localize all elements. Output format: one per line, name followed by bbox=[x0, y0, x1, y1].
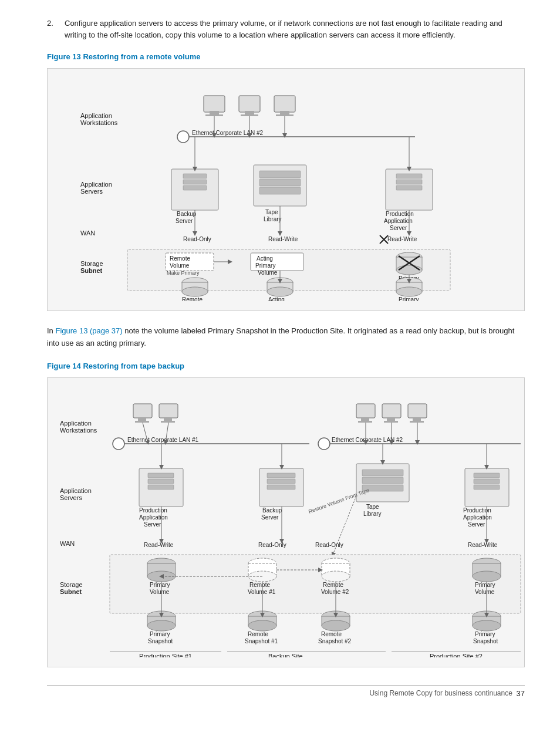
svg-text:Primary: Primary bbox=[399, 296, 419, 301]
svg-rect-137 bbox=[362, 470, 403, 476]
figure13-title: Figure 13 Restoring from a remote volume bbox=[47, 52, 525, 61]
svg-rect-13 bbox=[274, 96, 295, 112]
svg-rect-36 bbox=[396, 174, 422, 178]
svg-text:Storage: Storage bbox=[80, 260, 103, 267]
svg-text:Server: Server bbox=[176, 218, 193, 224]
svg-rect-124 bbox=[148, 473, 174, 478]
svg-rect-145 bbox=[474, 485, 500, 490]
svg-rect-99 bbox=[135, 421, 149, 423]
svg-point-113 bbox=[113, 438, 124, 450]
svg-text:Library: Library bbox=[264, 216, 282, 222]
svg-text:Volume: Volume bbox=[475, 589, 495, 595]
svg-rect-106 bbox=[382, 404, 401, 418]
svg-text:Read-Only: Read-Only bbox=[258, 542, 286, 548]
svg-text:Servers: Servers bbox=[60, 494, 82, 501]
svg-text:Ethernet Corporate LAN #1: Ethernet Corporate LAN #1 bbox=[127, 437, 199, 443]
svg-text:Read-Write: Read-Write bbox=[144, 542, 174, 548]
svg-text:Application: Application bbox=[60, 487, 92, 494]
svg-text:Application: Application bbox=[463, 514, 492, 521]
svg-text:Snapshot: Snapshot bbox=[473, 638, 498, 644]
svg-text:Remote: Remote bbox=[182, 296, 203, 301]
step-2: 2. Configure application servers to acce… bbox=[47, 18, 525, 40]
svg-text:Application: Application bbox=[384, 218, 413, 224]
svg-point-176 bbox=[322, 571, 350, 582]
svg-rect-14 bbox=[280, 111, 289, 114]
diagram2-svg: Application Workstations Application Ser… bbox=[57, 387, 538, 657]
step-body: Configure application servers to access … bbox=[65, 18, 525, 40]
svg-text:Make Primary: Make Primary bbox=[167, 270, 200, 276]
svg-text:Backup: Backup bbox=[262, 507, 282, 514]
svg-text:Remote: Remote bbox=[323, 582, 343, 588]
svg-rect-126 bbox=[148, 485, 174, 490]
svg-rect-11 bbox=[245, 111, 254, 114]
svg-rect-38 bbox=[396, 185, 422, 190]
svg-text:Remote: Remote bbox=[170, 255, 190, 262]
footer-label: Using Remote Copy for business continuan… bbox=[369, 689, 512, 697]
svg-text:Snapshot #2: Snapshot #2 bbox=[318, 638, 352, 644]
svg-text:Production Site #1: Production Site #1 bbox=[139, 653, 192, 657]
body-text-fig13: In Figure 13 (page 37) note the volume l… bbox=[47, 325, 525, 350]
svg-rect-104 bbox=[361, 418, 369, 421]
svg-point-193 bbox=[248, 620, 276, 631]
svg-text:Volume: Volume bbox=[170, 262, 190, 269]
svg-rect-30 bbox=[259, 171, 301, 178]
svg-text:Server: Server bbox=[144, 521, 161, 528]
svg-text:WAN: WAN bbox=[80, 229, 95, 237]
svg-text:Workstations: Workstations bbox=[80, 119, 118, 126]
svg-rect-125 bbox=[148, 479, 174, 484]
svg-rect-131 bbox=[267, 473, 295, 478]
figure14-title: Figure 14 Restoring from tape backup bbox=[47, 362, 525, 370]
svg-text:Read-Write: Read-Write bbox=[387, 236, 417, 242]
svg-text:Subnet: Subnet bbox=[80, 267, 103, 274]
svg-rect-138 bbox=[362, 477, 403, 484]
svg-rect-9 bbox=[205, 114, 223, 116]
svg-rect-97 bbox=[133, 404, 152, 418]
svg-point-70 bbox=[182, 287, 208, 296]
svg-point-81 bbox=[396, 287, 422, 296]
svg-text:Remote: Remote bbox=[249, 582, 270, 588]
svg-text:Volume #1: Volume #1 bbox=[248, 589, 276, 595]
svg-point-63 bbox=[396, 265, 422, 275]
svg-text:Snapshot #1: Snapshot #1 bbox=[245, 638, 278, 644]
svg-rect-132 bbox=[267, 479, 295, 484]
svg-text:Production: Production bbox=[139, 507, 167, 514]
svg-rect-37 bbox=[396, 180, 422, 184]
footer-page: 37 bbox=[517, 689, 525, 698]
svg-text:Subnet: Subnet bbox=[60, 588, 82, 595]
svg-rect-15 bbox=[276, 114, 294, 116]
svg-point-116 bbox=[318, 438, 330, 450]
svg-text:Backup Site: Backup Site bbox=[268, 653, 303, 657]
svg-rect-105 bbox=[358, 421, 372, 423]
svg-text:Servers: Servers bbox=[80, 188, 103, 195]
svg-rect-144 bbox=[474, 479, 500, 484]
svg-rect-102 bbox=[161, 421, 175, 423]
svg-rect-8 bbox=[210, 111, 219, 114]
svg-text:Server: Server bbox=[390, 225, 407, 231]
svg-text:Ethernet Corporate LAN #2: Ethernet Corporate LAN #2 bbox=[332, 437, 403, 443]
svg-rect-133 bbox=[267, 485, 295, 490]
figure14-diagram: Application Workstations Application Ser… bbox=[47, 377, 525, 667]
svg-point-17 bbox=[177, 131, 189, 143]
svg-rect-23 bbox=[183, 174, 207, 178]
svg-text:Server: Server bbox=[468, 521, 485, 528]
svg-text:Library: Library bbox=[363, 511, 382, 517]
svg-text:Backup: Backup bbox=[177, 211, 197, 217]
svg-rect-10 bbox=[239, 96, 260, 112]
svg-rect-100 bbox=[159, 404, 178, 418]
svg-rect-7 bbox=[204, 96, 225, 112]
svg-text:Read-Write: Read-Write bbox=[468, 542, 498, 548]
svg-text:Application: Application bbox=[80, 181, 112, 188]
svg-text:Primary: Primary bbox=[150, 582, 170, 588]
svg-rect-24 bbox=[183, 180, 207, 184]
svg-text:Storage: Storage bbox=[60, 581, 83, 588]
figure13-link[interactable]: Figure 13 (page 37) bbox=[55, 326, 122, 335]
figure13-diagram: Application Workstations Application Ser… bbox=[47, 68, 525, 311]
svg-text:Volume #2: Volume #2 bbox=[321, 589, 349, 595]
svg-rect-31 bbox=[259, 179, 301, 186]
svg-text:Primary: Primary bbox=[255, 262, 275, 269]
svg-rect-109 bbox=[408, 404, 427, 418]
svg-text:Primary: Primary bbox=[475, 582, 495, 588]
svg-text:Ethernet Corporate LAN #2: Ethernet Corporate LAN #2 bbox=[192, 130, 264, 136]
svg-text:Production Site #2: Production Site #2 bbox=[430, 653, 483, 657]
svg-text:Primary: Primary bbox=[150, 631, 170, 637]
